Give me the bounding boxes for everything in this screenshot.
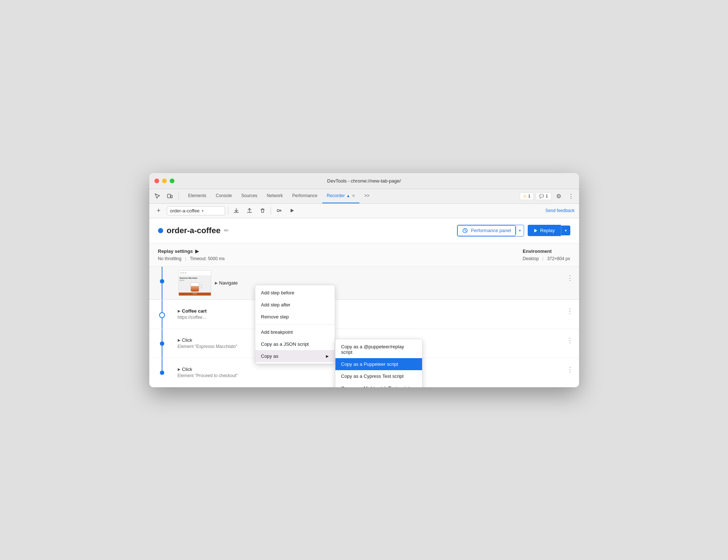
context-menu: Add step before Add step after Remove st… (255, 285, 335, 364)
ctx-add-step-after[interactable]: Add step after (255, 299, 335, 311)
edit-title-icon[interactable]: ✏ (224, 227, 229, 234)
recording-title-area: order-a-coffee ✏ (158, 226, 229, 235)
traffic-lights (154, 179, 174, 183)
devtools-nav: Elements Console Sources Network Perform… (149, 189, 579, 204)
settings-left: Replay settings ▶ No throttling | Timeou… (158, 248, 225, 261)
expand-arrow-icon[interactable]: ▶ (178, 338, 181, 342)
nav-divider-1 (178, 192, 179, 200)
ctx-copy-nightwatch[interactable]: Copy as a Nightwatch Test script (335, 382, 422, 387)
tab-performance[interactable]: Performance (288, 189, 322, 203)
submenu: Copy as a @puppeteer/replay script Copy … (335, 339, 422, 387)
table-row: Espresso Macchiato $12.00 COFFEE (149, 267, 579, 300)
step-timeline-1 (149, 300, 175, 329)
step-menu-button-1[interactable]: ⋮ (561, 300, 579, 329)
minimize-button[interactable] (162, 179, 167, 183)
tab-more[interactable]: >> (360, 189, 374, 203)
table-row: ▶ Coffee cart https://coffee... ⋮ (149, 300, 579, 329)
send-feedback-link[interactable]: Send feedback (545, 208, 574, 213)
ctx-copy-json[interactable]: Copy as a JSON script (255, 338, 335, 350)
main-content: order-a-coffee ✏ Performance panel ▾ Rep… (149, 218, 579, 387)
environment-label: Environment (523, 248, 570, 254)
tab-sources[interactable]: Sources (237, 189, 262, 203)
expand-arrow-icon[interactable]: ▶ (178, 309, 181, 313)
devtools-window: DevTools - chrome://new-tab-page/ Elemen… (149, 173, 579, 387)
add-recording-button[interactable]: + (154, 205, 164, 216)
step-content-1: ▶ Coffee cart https://coffee... (175, 300, 561, 329)
replay-dropdown-button[interactable]: ▾ (561, 226, 570, 235)
ctx-copy-puppeteer-replay[interactable]: Copy as a @puppeteer/replay script (335, 341, 422, 358)
svg-point-2 (277, 209, 279, 212)
toolbar-divider-1 (228, 207, 228, 214)
inspect-icon[interactable] (152, 191, 162, 201)
ctx-divider-1 (255, 324, 335, 325)
settings-right: Environment Desktop | 372×804 px (523, 248, 570, 261)
tab-network[interactable]: Network (263, 189, 287, 203)
performance-panel-dropdown[interactable]: ▾ (516, 226, 524, 235)
step-menu-button-2[interactable]: ⋮ (561, 329, 579, 358)
ctx-copy-cypress[interactable]: Copy as a Cypress Test script (335, 370, 422, 382)
warning-badge[interactable]: ⚠ 1 (520, 192, 534, 200)
thumbnail-image: Espresso Macchiato $12.00 COFFEE (178, 270, 211, 296)
recorder-tab-icon: ▲ (346, 193, 350, 198)
ctx-add-breakpoint[interactable]: Add breakpoint (255, 326, 335, 338)
step-thumbnail-0: Espresso Macchiato $12.00 COFFEE (175, 267, 215, 299)
timeline-dot-outline-1 (159, 312, 165, 318)
timeline-dot-3 (160, 371, 164, 375)
expand-arrow-icon[interactable]: ▶ (178, 367, 181, 371)
submenu-arrow-icon: ▶ (326, 354, 329, 358)
recording-status-dot (158, 228, 163, 233)
toolbar-divider-2 (271, 207, 271, 214)
title-bar: DevTools - chrome://new-tab-page/ (149, 173, 579, 189)
info-badge[interactable]: 💬 1 (536, 192, 551, 200)
nav-badges: ⚠ 1 💬 1 ⚙ ⋮ (520, 191, 576, 201)
toolbar: + order-a-coffee ▾ Send feedback (149, 204, 579, 218)
tab-console[interactable]: Console (212, 189, 236, 203)
step-title-1: ▶ Coffee cart (178, 308, 558, 314)
context-menu-container: Add step before Add step after Remove st… (255, 285, 335, 364)
header-buttons: Performance panel ▾ Replay ▾ (457, 225, 570, 236)
device-mode-icon[interactable] (165, 191, 175, 201)
maximize-button[interactable] (170, 179, 174, 183)
info-icon: 💬 (539, 194, 544, 199)
expand-settings-icon: ▶ (195, 248, 199, 254)
step-timeline-0 (149, 267, 175, 299)
settings-area: Replay settings ▶ No throttling | Timeou… (149, 243, 579, 267)
thumb-nav (179, 271, 211, 276)
steps-area: Espresso Macchiato $12.00 COFFEE (149, 267, 579, 387)
record-button[interactable] (274, 205, 284, 216)
replay-start-button[interactable] (287, 205, 297, 216)
replay-main-button[interactable]: Replay (528, 225, 560, 236)
warning-icon: ⚠ (523, 194, 527, 199)
window-title: DevTools - chrome://new-tab-page/ (327, 178, 401, 184)
replay-settings-label[interactable]: Replay settings ▶ (158, 248, 225, 254)
export-button[interactable] (231, 205, 241, 216)
close-tab-icon[interactable]: ✕ (352, 193, 355, 198)
timeline-dot-2 (160, 341, 164, 346)
replay-button-group: Replay ▾ (528, 225, 570, 236)
nav-icons (152, 191, 180, 201)
step-menu-button-3[interactable]: ⋮ (561, 358, 579, 387)
performance-panel-button[interactable]: Performance panel (457, 225, 516, 236)
settings-values: No throttling | Timeout: 5000 ms (158, 256, 225, 261)
more-options-icon[interactable]: ⋮ (566, 191, 576, 201)
recording-header: order-a-coffee ✏ Performance panel ▾ Rep… (149, 218, 579, 243)
import-button[interactable] (244, 205, 255, 216)
step-menu-button-0[interactable]: ⋮ (561, 267, 579, 299)
ctx-remove-step[interactable]: Remove step (255, 311, 335, 323)
expand-arrow-icon[interactable]: ▶ (215, 281, 218, 285)
step-timeline-3 (149, 358, 175, 387)
delete-button[interactable] (257, 205, 268, 216)
ctx-add-step-before[interactable]: Add step before (255, 287, 335, 299)
tab-recorder[interactable]: Recorder ▲ ✕ (322, 189, 359, 203)
recording-name-dropdown[interactable]: order-a-coffee ▾ (167, 206, 225, 215)
close-button[interactable] (154, 179, 159, 183)
settings-icon[interactable]: ⚙ (554, 191, 564, 201)
timeline-dot-0 (160, 279, 164, 283)
svg-rect-0 (168, 194, 170, 198)
ctx-copy-puppeteer[interactable]: Copy as a Puppeteer script (335, 358, 422, 370)
ctx-copy-as[interactable]: Copy as ▶ (255, 350, 335, 362)
environment-values: Desktop | 372×804 px (523, 256, 570, 261)
step-timeline-2 (149, 329, 175, 358)
dropdown-arrow-icon: ▾ (202, 209, 204, 213)
tab-elements[interactable]: Elements (184, 189, 211, 203)
